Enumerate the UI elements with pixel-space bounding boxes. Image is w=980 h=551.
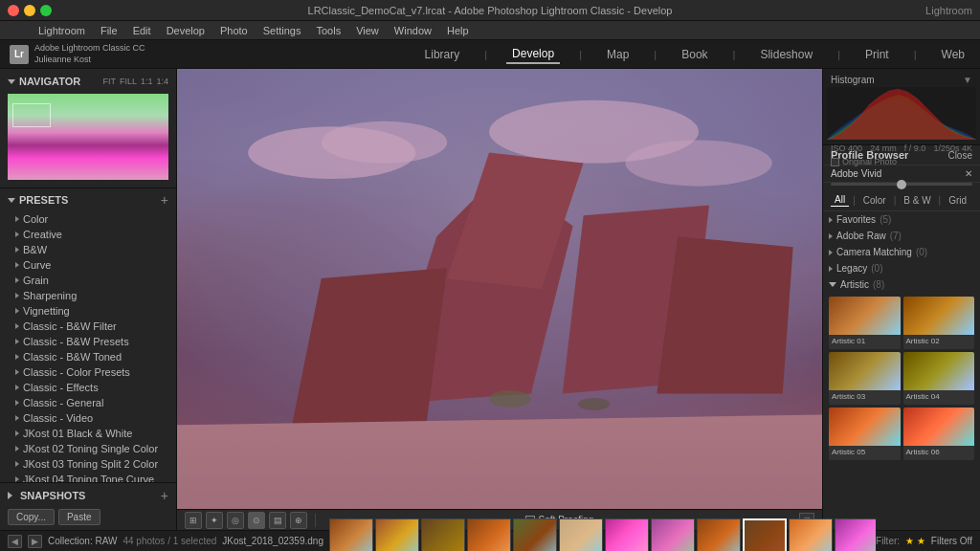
film-thumb-7[interactable]	[605, 518, 649, 552]
vivid-slider[interactable]	[831, 183, 972, 186]
histogram-header[interactable]: Histogram ▼	[827, 73, 976, 87]
nav-develop[interactable]: Develop	[506, 45, 560, 64]
original-photo[interactable]: Original Photo	[827, 155, 976, 168]
film-thumb-12[interactable]	[835, 518, 876, 552]
zoom-1-4[interactable]: 1:4	[156, 77, 168, 86]
preset-classic-general[interactable]: Classic - General	[0, 395, 176, 410]
nav-web[interactable]: Web	[936, 46, 970, 63]
film-thumb-9[interactable]	[697, 518, 741, 552]
navigator-image[interactable]	[8, 94, 168, 180]
film-thumb-10[interactable]	[743, 518, 787, 552]
maximize-window-button[interactable]	[40, 5, 52, 16]
profile-thumb-artistic-05[interactable]: Artistic 05	[829, 408, 901, 460]
profile-browser-panel[interactable]: Profile Browser Close Adobe Vivid ✕ All …	[823, 145, 980, 530]
close-window-button[interactable]	[8, 5, 19, 16]
zoom-fill[interactable]: FILL	[120, 77, 137, 86]
snapshots-header[interactable]: Snapshots +	[0, 485, 176, 506]
gradient-filter-tool[interactable]: ▤	[269, 512, 286, 529]
film-thumb-1[interactable]	[329, 518, 373, 552]
preset-vignetting[interactable]: Vignetting	[0, 303, 176, 319]
navigator-header[interactable]: Navigator FIT FILL 1:1 1:4	[0, 73, 176, 90]
profile-thumb-artistic-04[interactable]: Artistic 04	[903, 352, 975, 405]
film-thumb-8[interactable]	[651, 518, 695, 552]
next-button[interactable]: ▶	[28, 535, 42, 548]
preset-jkost-bw[interactable]: JKost 01 Black & White	[0, 426, 176, 441]
presets-header[interactable]: Presets +	[0, 188, 176, 211]
preset-classic-color[interactable]: Classic - Color Presets	[0, 364, 176, 380]
profile-thumb-artistic-06[interactable]: Artistic 06	[903, 408, 975, 460]
film-thumb-2[interactable]	[375, 518, 419, 552]
profile-thumb-artistic-01[interactable]: Artistic 01 ☆	[829, 297, 901, 349]
zoom-fit[interactable]: FIT	[102, 77, 116, 86]
profile-tab-all[interactable]: All	[831, 193, 849, 207]
profile-group-adobe-raw[interactable]: Adobe Raw (7)	[823, 228, 980, 244]
menu-tools[interactable]: Tools	[316, 25, 341, 36]
brush-tool[interactable]: ⊙	[248, 512, 265, 529]
menu-edit[interactable]: Edit	[133, 25, 151, 36]
preset-grain[interactable]: Grain	[0, 273, 176, 288]
preset-color[interactable]: Color	[0, 211, 176, 227]
copy-button[interactable]: Copy...	[8, 509, 55, 525]
menu-window[interactable]: Window	[394, 25, 432, 36]
preset-classic-bw-presets[interactable]: Classic - B&W Presets	[0, 334, 176, 349]
adobe-vivid-close[interactable]: ✕	[965, 168, 972, 179]
preset-sharpening[interactable]: Sharpening	[0, 288, 176, 303]
profile-tab-grid[interactable]: Grid	[945, 194, 970, 207]
preset-classic-effects[interactable]: Classic - Effects	[0, 380, 176, 395]
menu-file[interactable]: File	[100, 25, 118, 36]
film-thumb-4[interactable]	[467, 518, 511, 552]
profile-group-legacy[interactable]: Legacy (0)	[823, 260, 980, 276]
minimize-window-button[interactable]	[24, 5, 35, 16]
preset-jkost-toning-single[interactable]: JKost 02 Toning Single Color	[0, 441, 176, 456]
vivid-slider-handle[interactable]	[897, 180, 906, 189]
profile-tab-color[interactable]: Color	[859, 194, 890, 207]
presets-add[interactable]: +	[161, 192, 168, 208]
presets-panel[interactable]: Presets + Color Creative B&W Curve Grain…	[0, 188, 176, 482]
app-name: Lightroom	[925, 5, 972, 16]
film-thumb-6[interactable]	[559, 518, 603, 552]
filters-off-label[interactable]: Filters Off	[931, 536, 972, 546]
menu-view[interactable]: View	[356, 25, 379, 36]
histogram-expand[interactable]: ▼	[963, 75, 972, 85]
nav-library[interactable]: Library	[419, 46, 466, 63]
preset-jkost-toning-split[interactable]: JKost 03 Toning Split 2 Color	[0, 456, 176, 472]
heal-tool[interactable]: ✦	[206, 512, 223, 529]
nav-map[interactable]: Map	[601, 46, 635, 63]
profile-group-favorites[interactable]: Favorites (5)	[823, 211, 980, 228]
film-thumb-11[interactable]	[789, 518, 833, 552]
profile-thumb-artistic-02[interactable]: Artistic 02	[903, 297, 975, 349]
prev-button[interactable]: ◀	[8, 535, 22, 548]
radial-filter-tool[interactable]: ⊕	[290, 512, 307, 529]
preset-jkost-tone-curve[interactable]: JKost 04 Toning Tone Curve	[0, 472, 176, 482]
menu-settings[interactable]: Settings	[263, 25, 301, 36]
preset-curve[interactable]: Curve	[0, 257, 176, 273]
profile-group-camera-matching[interactable]: Camera Matching (0)	[823, 244, 980, 260]
profile-thumb-artistic-03[interactable]: Artistic 03	[829, 352, 901, 405]
nav-slideshow[interactable]: Slideshow	[754, 46, 818, 63]
film-thumb-5[interactable]	[513, 518, 557, 552]
legacy-count: (0)	[871, 263, 882, 274]
menu-help[interactable]: Help	[447, 25, 469, 36]
preset-classic-video[interactable]: Classic - Video	[0, 410, 176, 426]
profile-tab-bw[interactable]: B & W	[900, 194, 934, 207]
menu-develop[interactable]: Develop	[167, 25, 205, 36]
film-thumb-3[interactable]	[421, 518, 465, 552]
nav-book[interactable]: Book	[676, 46, 713, 63]
svg-marker-8	[563, 205, 709, 393]
preset-classic-bw-toned[interactable]: Classic - B&W Toned	[0, 349, 176, 364]
original-photo-checkbox[interactable]	[831, 158, 839, 166]
crop-tool[interactable]: ⊞	[185, 512, 202, 529]
profile-group-artistic[interactable]: Artistic (8)	[823, 276, 980, 293]
zoom-1-1[interactable]: 1:1	[141, 77, 153, 86]
nav-print[interactable]: Print	[859, 46, 895, 63]
redeye-tool[interactable]: ◎	[227, 512, 244, 529]
menu-photo[interactable]: Photo	[220, 25, 248, 36]
preset-classic-bw-filter[interactable]: Classic - B&W Filter	[0, 319, 176, 334]
menu-lightroom[interactable]: Lightroom	[38, 25, 85, 36]
preset-creative[interactable]: Creative	[0, 227, 176, 242]
paste-button[interactable]: Paste	[58, 509, 100, 525]
preset-bw[interactable]: B&W	[0, 242, 176, 257]
image-container[interactable]	[177, 69, 822, 509]
filename[interactable]: JKost_2018_02359.dng	[222, 536, 323, 546]
snapshots-add[interactable]: +	[161, 488, 168, 503]
